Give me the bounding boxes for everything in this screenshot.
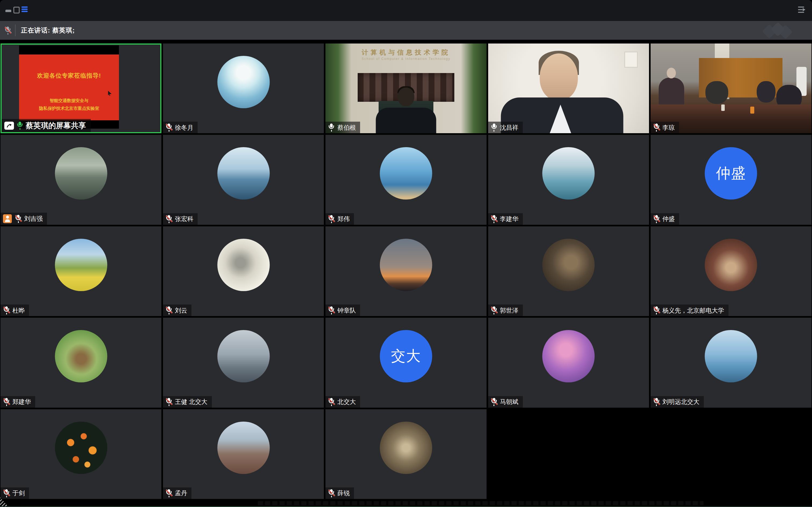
tile-participant[interactable]: 仲盛 仲盛 (651, 135, 811, 225)
participant-name: 蔡英琪的屏幕共享 (26, 122, 86, 130)
ghost-watermark (258, 501, 703, 505)
participant-label: 王健 北交大 (163, 396, 212, 408)
tile-participant[interactable]: 王健 北交大 (163, 318, 324, 407)
tile-participant[interactable]: 沈昌祥 (488, 44, 649, 133)
empty-cell (651, 409, 811, 499)
menu-icon[interactable] (21, 6, 27, 12)
mic-muted-icon (328, 398, 335, 406)
empty-cell (488, 409, 649, 499)
building-sign-cn: 计算机与信息技术学院 (326, 48, 486, 57)
tile-participant[interactable]: 刘吉强 (1, 135, 161, 225)
tile-participant[interactable]: 郭世泽 (488, 226, 649, 316)
participant-name: 刘吉强 (24, 215, 43, 223)
avatar (705, 239, 757, 291)
mic-on-icon (328, 123, 335, 131)
mic-muted-icon (328, 215, 335, 223)
minimize-icon[interactable] (5, 10, 11, 12)
wall-plate (624, 52, 638, 68)
mic-muted-icon (653, 215, 660, 223)
mic-muted-icon (490, 215, 498, 223)
mic-muted-icon (328, 489, 335, 497)
slide-subtitle-1: 智能交通数据安全与 (19, 98, 119, 104)
participant-label: 薛锐 (326, 488, 354, 499)
speaking-banner: 正在讲话: 蔡英琪; (0, 21, 812, 40)
video-frame (651, 44, 811, 133)
participant-name: 马朝斌 (500, 398, 519, 406)
slide-subtitle-2: 隐私保护技术北京市重点实验室 (19, 106, 119, 111)
tile-participant[interactable]: 薛锐 (326, 409, 486, 499)
participant-name: 蔡伯根 (337, 123, 356, 131)
mic-muted-icon (3, 306, 10, 315)
mouse-cursor-icon (108, 91, 111, 96)
divider (15, 24, 15, 36)
video-frame: 计算机与信息技术学院 School of Computer & Informat… (326, 44, 486, 133)
participant-label: 徐冬月 (163, 122, 197, 133)
mic-muted-icon (165, 123, 172, 131)
avatar (55, 330, 107, 382)
shared-slide: 欢迎各位专家莅临指导! 智能交通数据安全与 隐私保护技术北京市重点实验室 (19, 55, 119, 120)
participant-name: 刘明远北交大 (662, 398, 699, 406)
tile-participant[interactable]: 郑建华 (1, 318, 161, 407)
mic-muted-icon (490, 306, 498, 315)
avatar (380, 147, 432, 200)
maximize-icon[interactable] (13, 7, 19, 13)
initials-avatar: 仲盛 (705, 147, 757, 200)
mic-muted-icon (490, 398, 498, 406)
tile-participant[interactable]: 于剑 (1, 409, 161, 499)
building-sign-en: School of Computer & Information Technol… (326, 57, 486, 61)
tile-participant[interactable]: 李建华 (488, 135, 649, 225)
mic-muted-icon (328, 306, 335, 315)
participant-label: 蔡英琪的屏幕共享 (2, 119, 91, 132)
avatar (55, 421, 107, 474)
avatar (55, 239, 107, 291)
avatar (542, 330, 595, 382)
participant-label: 杜晔 (1, 304, 29, 316)
participant-label: 刘云 (163, 304, 191, 316)
initials-avatar: 交大 (380, 330, 432, 382)
tile-participant[interactable]: 交大 北交大 (326, 318, 486, 407)
participant-name: 北交大 (337, 398, 356, 406)
tile-participant[interactable]: 杜晔 (1, 226, 161, 316)
tile-participant[interactable]: 张宏科 (163, 135, 324, 225)
tile-participant[interactable]: 刘明远北交大 (651, 318, 811, 407)
participant-label: 郭世泽 (488, 304, 523, 316)
participant-name: 郑建华 (12, 398, 31, 406)
mic-on-icon (490, 123, 498, 131)
tile-participant[interactable]: 马朝斌 (488, 318, 649, 407)
avatar (217, 330, 270, 382)
participant-label: 马朝斌 (488, 396, 523, 408)
mic-muted-icon (165, 215, 172, 223)
tile-participant[interactable]: 郑伟 (326, 135, 486, 225)
participant-grid: 欢迎各位专家莅临指导! 智能交通数据安全与 隐私保护技术北京市重点实验室 蔡英琪… (0, 40, 812, 499)
participant-name: 郭世泽 (500, 306, 519, 315)
participant-label: 刘吉强 (1, 213, 47, 225)
participant-label: 张宏科 (163, 213, 197, 225)
tile-participant[interactable]: 杨义先，北京邮电大学 (651, 226, 811, 316)
mic-on-icon (16, 121, 23, 130)
tile-participant[interactable]: 刘云 (163, 226, 324, 316)
mic-muted-icon (165, 306, 172, 315)
tile-participant[interactable]: 计算机与信息技术学院 School of Computer & Informat… (326, 44, 486, 133)
participant-name: 李琼 (662, 123, 675, 131)
avatar (55, 147, 107, 200)
host-badge-icon (3, 214, 12, 223)
tile-screen-share[interactable]: 欢迎各位专家莅临指导! 智能交通数据安全与 隐私保护技术北京市重点实验室 蔡英琪… (1, 44, 161, 133)
tile-participant[interactable]: 孟丹 (163, 409, 324, 499)
tile-participant[interactable]: 李琼 (651, 44, 811, 133)
avatar (542, 239, 595, 291)
tile-participant[interactable]: 徐冬月 (163, 44, 324, 133)
avatar (705, 330, 757, 382)
avatar (217, 239, 270, 291)
participant-name: 徐冬月 (175, 123, 193, 131)
cup (721, 105, 725, 111)
video-frame (488, 44, 649, 133)
participant-label: 孟丹 (163, 488, 191, 499)
watermark-logo-icon (761, 23, 793, 38)
person-silhouette (757, 81, 775, 103)
mic-muted-icon (3, 489, 10, 497)
person-silhouette (398, 88, 414, 106)
participant-name: 杜晔 (12, 306, 25, 315)
avatar (542, 147, 595, 200)
layout-switch-icon[interactable] (798, 6, 806, 14)
tile-participant[interactable]: 钟章队 (326, 226, 486, 316)
